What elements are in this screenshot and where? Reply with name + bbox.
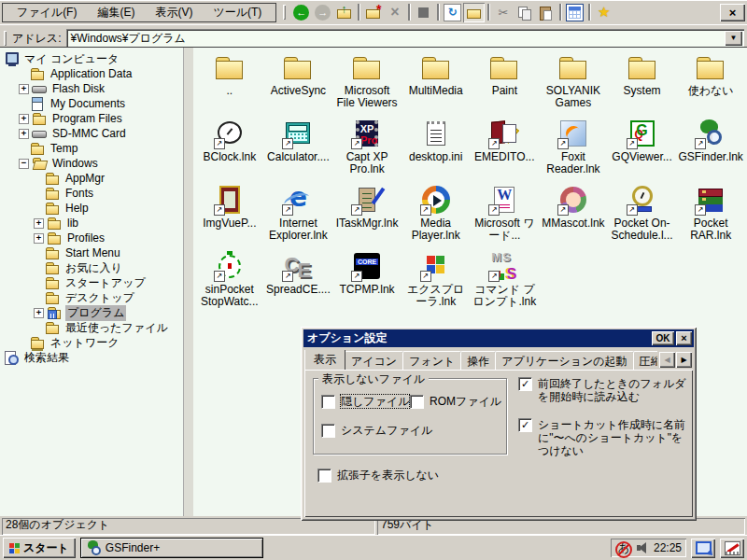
checkbox[interactable] (317, 469, 331, 483)
file-item[interactable]: SOLYANIK Games (539, 52, 608, 114)
copy-button[interactable] (514, 3, 535, 22)
tab-表示[interactable]: 表示 (304, 350, 345, 370)
tab-アイコン[interactable]: アイコン (345, 351, 403, 370)
file-item[interactable]: ↗エクスプローラ.lnk (402, 251, 471, 313)
toolbar-gripper[interactable] (283, 5, 286, 20)
file-item[interactable]: ↗MMascot.lnk (539, 185, 608, 246)
file-item[interactable]: ↗Microsoft ワード... (471, 185, 540, 246)
file-item[interactable]: ↗ImgVueP... (195, 185, 264, 246)
new-folder-button[interactable] (362, 3, 384, 22)
tree-item[interactable]: マイ コンピュータ (2, 51, 185, 66)
file-item[interactable]: desktop.ini (402, 119, 471, 180)
volume-icon[interactable] (637, 542, 649, 553)
file-item[interactable]: ↗SpreadCE.... (264, 251, 333, 313)
tab-フォント[interactable]: フォント (402, 351, 461, 370)
tree-item[interactable]: −Windows (2, 156, 185, 171)
file-item[interactable]: 使わない (676, 52, 745, 114)
address-dropdown-button[interactable]: ▼ (725, 31, 742, 46)
tree-item[interactable]: Help (2, 201, 185, 216)
file-item[interactable]: ↗Foxit Reader.lnk (539, 119, 608, 180)
tree-item[interactable]: Start Menu (2, 245, 185, 260)
address-input[interactable]: ¥Windows¥プログラム ▼ (66, 29, 744, 48)
ime-off-icon[interactable]: あ (615, 540, 632, 555)
dialog-close-button[interactable]: × (676, 331, 692, 345)
forward-button[interactable] (312, 3, 333, 22)
menu-item[interactable]: ファイル(F) (7, 3, 87, 22)
tree-item[interactable]: デスクトップ (2, 290, 185, 305)
file-item[interactable]: ↗GSFinder.lnk (676, 119, 745, 180)
file-item[interactable]: ↗TCPMP.lnk (332, 251, 402, 313)
tree-item[interactable]: +Program Files (2, 111, 185, 126)
file-item[interactable]: Microsoft File Viewers (332, 52, 402, 114)
tree-expand-toggle[interactable]: + (19, 129, 29, 139)
file-item[interactable]: ↗Capt XP Pro.lnk (332, 119, 402, 180)
hide-checkbox[interactable]: システムファイル (321, 424, 432, 438)
refresh-button[interactable] (442, 3, 463, 22)
input-panel-button[interactable] (720, 539, 744, 558)
tree-item[interactable]: +Profiles (2, 231, 185, 245)
tree-item[interactable]: AppMgr (2, 171, 185, 186)
file-item[interactable]: ↗ITaskMgr.lnk (332, 185, 402, 246)
tree-expand-toggle[interactable]: + (19, 114, 29, 124)
option-checkbox[interactable]: ✓前回終了したときのフォルダを開始時に読み込む (518, 377, 692, 403)
window-close-button[interactable]: × (720, 4, 745, 21)
dialog-titlebar[interactable]: オプション設定 OK × (303, 329, 694, 347)
up-button[interactable] (333, 3, 355, 22)
tab-scroll-right-button[interactable]: ▶ (676, 352, 692, 368)
tab-圧縮/解凍[interactable]: 圧縮/解凍 (633, 351, 658, 370)
file-item[interactable]: Paint (471, 52, 540, 114)
tree-item[interactable]: +lib (2, 216, 185, 231)
taskbar-task-gsfinder[interactable]: GSFinder+ (80, 538, 263, 558)
cut-button[interactable] (492, 3, 514, 22)
desktop-switch-button[interactable] (691, 539, 715, 558)
option-checkbox[interactable]: ✓ショートカット作成時に名前に"〜へのショートカット"をつけない (518, 418, 692, 457)
tree-expand-toggle[interactable]: − (19, 159, 29, 169)
file-item[interactable]: System (608, 52, 677, 114)
file-item[interactable]: ↗Internet Explorer.lnk (264, 185, 333, 246)
file-item[interactable]: ↗Calculator.... (264, 119, 333, 180)
file-item[interactable]: .. (195, 52, 264, 114)
file-item[interactable]: ↗sinPocket StopWatc... (195, 251, 264, 313)
tab-scroll-left-button[interactable]: ◀ (659, 352, 675, 368)
hide-checkbox[interactable]: ROMファイル (410, 395, 501, 409)
tree-item[interactable]: +Flash Disk (2, 81, 185, 96)
favorites-button[interactable] (593, 3, 614, 22)
ext-checkbox[interactable]: 拡張子を表示しない (317, 469, 439, 483)
paste-button[interactable] (535, 3, 557, 22)
checkbox[interactable]: ✓ (518, 377, 532, 391)
file-item[interactable]: ↗EMEDITO... (471, 119, 540, 180)
tree-item[interactable]: スタートアップ (2, 275, 185, 290)
dialog-ok-button[interactable]: OK (652, 331, 674, 345)
tree-item[interactable]: My Documents (2, 96, 185, 111)
file-item[interactable]: ActiveSync (264, 52, 333, 114)
tab-操作[interactable]: 操作 (460, 351, 496, 370)
details-button[interactable] (564, 3, 585, 22)
menu-item[interactable]: 編集(E) (87, 3, 145, 22)
tree-item[interactable]: Fonts (2, 186, 185, 201)
tree-expand-toggle[interactable]: + (34, 233, 44, 244)
tree-item[interactable]: Application Data (2, 66, 185, 81)
tree-item[interactable]: 検索結果 (2, 350, 185, 365)
checkbox[interactable] (321, 424, 335, 438)
menu-item[interactable]: ツール(T) (203, 3, 272, 22)
back-button[interactable] (290, 3, 312, 22)
tree-item[interactable]: +SD-MMC Card (2, 126, 185, 141)
file-item[interactable]: ↗コマンド プロンプト.lnk (471, 251, 540, 313)
tree-item[interactable]: お気に入り (2, 260, 185, 275)
checkbox[interactable] (410, 395, 424, 409)
file-item[interactable]: ↗Pocket On-Schedule.l... (608, 185, 677, 246)
file-item[interactable]: ↗BClock.lnk (195, 119, 264, 180)
tree-item[interactable]: ネットワーク (2, 335, 185, 350)
tree-expand-toggle[interactable]: + (34, 308, 44, 318)
address-gripper[interactable] (4, 31, 7, 46)
delete-button[interactable] (384, 3, 405, 22)
address-value[interactable]: ¥Windows¥プログラム (70, 31, 725, 47)
file-item[interactable]: ↗Pocket RAR.lnk (676, 185, 745, 246)
tree-expand-toggle[interactable]: + (34, 218, 44, 229)
file-item[interactable]: MultiMedia (402, 52, 471, 114)
menu-item[interactable]: 表示(V) (145, 3, 203, 22)
checkbox[interactable]: ✓ (518, 418, 532, 432)
hide-checkbox[interactable]: 隠しファイル (321, 395, 409, 409)
file-item[interactable]: ↗GQViewer... (608, 119, 677, 180)
tab-アプリケーションの起動[interactable]: アプリケーションの起動 (495, 351, 633, 370)
